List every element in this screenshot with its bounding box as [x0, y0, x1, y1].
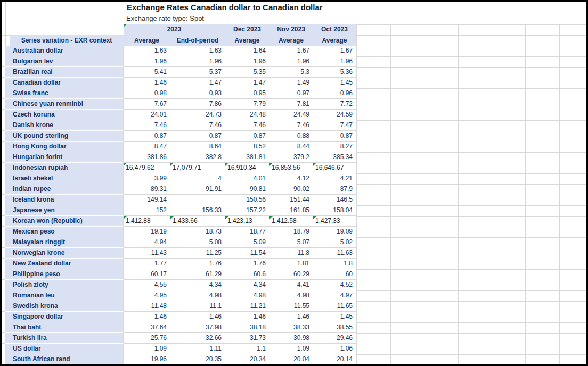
value-cell[interactable]: 60 — [313, 269, 356, 280]
value-cell[interactable]: 1,433.66 — [170, 216, 225, 227]
value-cell[interactable]: 38.18 — [225, 322, 270, 333]
subheader-oct-average[interactable]: Average — [313, 35, 356, 46]
row-label-cell[interactable]: Czech koruna — [5, 110, 124, 120]
value-cell[interactable]: 7.72 — [313, 99, 356, 110]
corner-header-cell[interactable]: Series variation - EXR context — [10, 35, 124, 46]
value-cell[interactable]: 0.88 — [270, 131, 313, 142]
value-cell[interactable]: 11.21 — [225, 301, 270, 312]
value-cell[interactable]: 5.36 — [313, 67, 356, 78]
column-group-oct-2023[interactable]: Oct 2023 — [313, 24, 356, 35]
value-cell[interactable]: 5.07 — [270, 237, 313, 248]
row-label-cell[interactable]: Indian rupee — [5, 184, 124, 195]
value-cell[interactable]: 1.1 — [225, 344, 270, 354]
value-cell[interactable]: 1.46 — [124, 78, 170, 88]
row-label-cell[interactable]: Canadian dollar — [5, 78, 124, 88]
value-cell[interactable]: 8.52 — [225, 142, 270, 152]
value-cell[interactable]: 8.27 — [313, 142, 356, 152]
value-cell[interactable]: 1.46 — [225, 312, 270, 322]
value-cell[interactable]: 1.96 — [225, 56, 270, 67]
value-cell[interactable]: 7.46 — [225, 120, 270, 131]
value-cell[interactable] — [170, 195, 225, 205]
value-cell[interactable]: 1.81 — [270, 259, 313, 269]
report-title[interactable]: Exchange Rates Canadian dollar to Canadi… — [124, 2, 586, 13]
value-cell[interactable]: 8.64 — [170, 142, 225, 152]
value-cell[interactable]: 1.77 — [124, 259, 170, 269]
value-cell[interactable]: 1.67 — [270, 46, 313, 56]
value-cell[interactable]: 60.29 — [270, 269, 313, 280]
value-cell[interactable]: 16,479.62 — [124, 163, 170, 173]
value-cell[interactable]: 146.5 — [313, 195, 356, 205]
value-cell[interactable]: 37.98 — [170, 322, 225, 333]
value-cell[interactable]: 4 — [170, 173, 225, 184]
value-cell[interactable]: 1.09 — [124, 344, 170, 354]
value-cell[interactable]: 5.41 — [124, 67, 170, 78]
value-cell[interactable]: 1.06 — [313, 344, 356, 354]
row-label-cell[interactable]: South African rand — [5, 354, 124, 364]
value-cell[interactable]: 1.47 — [170, 78, 225, 88]
value-cell[interactable]: 87.9 — [313, 184, 356, 195]
value-cell[interactable]: 1.11 — [170, 344, 225, 354]
value-cell[interactable]: 19.19 — [124, 227, 170, 237]
value-cell[interactable]: 1,412.88 — [124, 216, 170, 227]
row-label-cell[interactable]: Hong Kong dollar — [5, 142, 124, 152]
value-cell[interactable]: 20.14 — [313, 354, 356, 364]
value-cell[interactable]: 18.77 — [225, 227, 270, 237]
value-cell[interactable]: 1,423.13 — [225, 216, 270, 227]
value-cell[interactable]: 38.55 — [313, 322, 356, 333]
value-cell[interactable]: 89.31 — [124, 184, 170, 195]
column-group-nov-2023[interactable]: Nov 2023 — [270, 24, 313, 35]
value-cell[interactable]: 1.64 — [225, 46, 270, 56]
value-cell[interactable]: 25.76 — [124, 333, 170, 344]
subheader-dec-average[interactable]: Average — [225, 35, 270, 46]
value-cell[interactable]: 1.09 — [270, 344, 313, 354]
value-cell[interactable]: 11.1 — [170, 301, 225, 312]
row-label-cell[interactable]: Danish krone — [5, 120, 124, 131]
row-label-cell[interactable]: Australian dollar — [5, 46, 124, 56]
row-label-cell[interactable]: Polish zloty — [5, 280, 124, 290]
value-cell[interactable]: 31.73 — [225, 333, 270, 344]
value-cell[interactable]: 1.96 — [270, 56, 313, 67]
row-label-cell[interactable]: Indonesian rupiah — [5, 163, 124, 173]
value-cell[interactable]: 38.33 — [270, 322, 313, 333]
value-cell[interactable]: 11.25 — [170, 248, 225, 259]
value-cell[interactable]: 152 — [124, 205, 170, 216]
value-cell[interactable]: 1.63 — [170, 46, 225, 56]
value-cell[interactable]: 1.76 — [225, 259, 270, 269]
value-cell[interactable]: 5.3 — [270, 67, 313, 78]
value-cell[interactable]: 1.67 — [313, 46, 356, 56]
value-cell[interactable]: 7.79 — [225, 99, 270, 110]
value-cell[interactable]: 379.2 — [270, 152, 313, 163]
row-label-cell[interactable]: Romanian leu — [5, 290, 124, 301]
value-cell[interactable]: 11.55 — [270, 301, 313, 312]
value-cell[interactable]: 19.96 — [124, 354, 170, 364]
value-cell[interactable]: 150.56 — [225, 195, 270, 205]
value-cell[interactable]: 61.29 — [170, 269, 225, 280]
value-cell[interactable]: 4.98 — [225, 290, 270, 301]
value-cell[interactable]: 8.47 — [124, 142, 170, 152]
row-label-cell[interactable]: Norwegian krone — [5, 248, 124, 259]
value-cell[interactable]: 1.96 — [124, 56, 170, 67]
value-cell[interactable]: 20.35 — [170, 354, 225, 364]
value-cell[interactable]: 24.49 — [270, 110, 313, 120]
subheader-2023-end-of-period[interactable]: End-of-period — [170, 35, 225, 46]
value-cell[interactable]: 5.37 — [170, 67, 225, 78]
value-cell[interactable]: 4.34 — [225, 280, 270, 290]
value-cell[interactable]: 30.98 — [270, 333, 313, 344]
value-cell[interactable]: 1.96 — [170, 56, 225, 67]
value-cell[interactable]: 1.46 — [270, 312, 313, 322]
value-cell[interactable]: 11.43 — [124, 248, 170, 259]
value-cell[interactable]: 11.63 — [313, 248, 356, 259]
value-cell[interactable]: 16,646.67 — [313, 163, 356, 173]
value-cell[interactable]: 4.98 — [170, 290, 225, 301]
value-cell[interactable]: 7.46 — [270, 120, 313, 131]
value-cell[interactable]: 4.52 — [313, 280, 356, 290]
value-cell[interactable]: 1,412.58 — [270, 216, 313, 227]
row-label-cell[interactable]: Iceland krona — [5, 195, 124, 205]
value-cell[interactable]: 381.81 — [225, 152, 270, 163]
row-label-cell[interactable]: New Zealand dollar — [5, 259, 124, 269]
value-cell[interactable]: 7.81 — [270, 99, 313, 110]
value-cell[interactable]: 5.09 — [225, 237, 270, 248]
value-cell[interactable]: 7.86 — [170, 99, 225, 110]
value-cell[interactable]: 1.45 — [313, 78, 356, 88]
column-group-dec-2023[interactable]: Dec 2023 — [225, 24, 270, 35]
